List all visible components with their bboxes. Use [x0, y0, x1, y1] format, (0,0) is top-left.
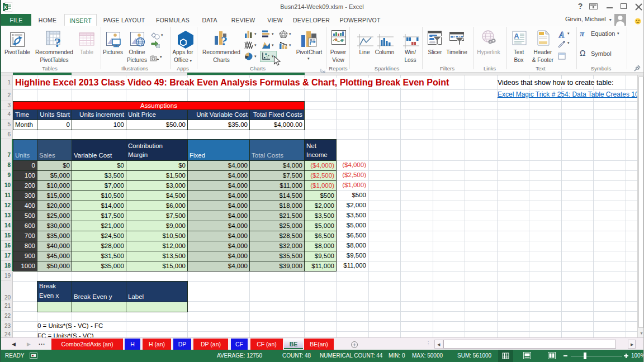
svg-text:?: ?	[54, 35, 61, 49]
svg-text:A: A	[514, 32, 519, 40]
svg-text:?: ?	[221, 34, 228, 47]
svg-text:A: A	[558, 31, 564, 38]
